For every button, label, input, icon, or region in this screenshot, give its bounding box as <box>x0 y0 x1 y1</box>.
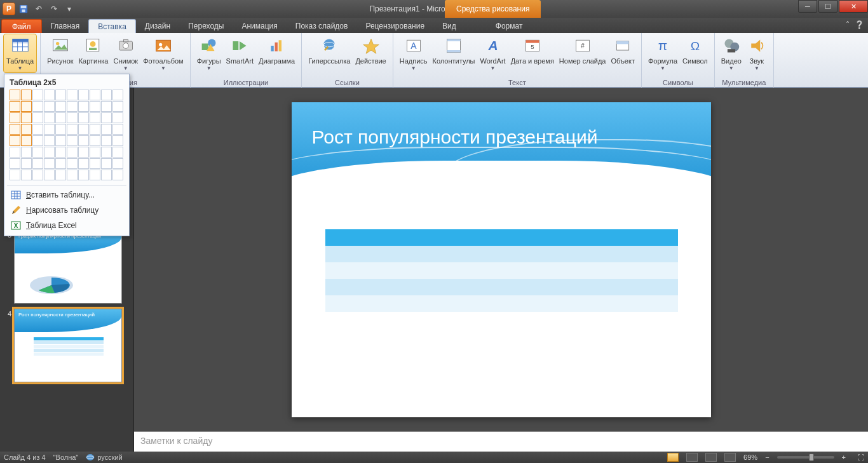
notes-pane[interactable]: Заметки к слайду <box>134 431 868 452</box>
action-icon <box>361 36 381 56</box>
insert-table-menuitem[interactable]: Вставить таблицу... <box>4 187 129 203</box>
chart-button[interactable]: Диаграмма <box>256 34 297 65</box>
svg-rect-13 <box>89 48 97 51</box>
tab-animation[interactable]: Анимация <box>233 19 286 33</box>
language-indicator[interactable]: русский <box>86 453 122 461</box>
audio-button[interactable]: Звук▼ <box>744 34 770 72</box>
action-button[interactable]: Действие <box>353 34 388 65</box>
svg-rect-1 <box>21 6 27 8</box>
svg-rect-24 <box>271 46 273 51</box>
draw-table-menuitem[interactable]: Нарисовать таблицу <box>4 203 129 218</box>
tab-transitions[interactable]: Переходы <box>179 19 233 33</box>
title-bar: P ↶ ↷ ▾ Презентация1 - Microsoft PowerPo… <box>0 0 868 18</box>
zoom-out-button[interactable]: − <box>765 453 769 461</box>
thumb-number: 4 <box>4 309 11 318</box>
svg-marker-29 <box>363 39 379 54</box>
wordart-icon: A <box>483 36 503 56</box>
shapes-button[interactable]: Фигуры▼ <box>194 34 224 72</box>
symbol-icon: Ω <box>685 36 705 56</box>
sorter-view-button[interactable] <box>686 453 698 462</box>
hyperlink-button[interactable]: Гиперссылка <box>306 34 353 65</box>
equation-button[interactable]: π Формула▼ <box>646 34 680 72</box>
chevron-down-icon: ▼ <box>18 65 23 72</box>
ribbon: Таблица ▼ Таблицы Рисунок Картинка Снимо… <box>0 33 868 88</box>
tab-view[interactable]: Вид <box>433 19 465 33</box>
fit-to-window-button[interactable]: ⛶ <box>857 453 864 461</box>
status-bar: Слайд 4 из 4 "Волна" русский 69% − + ⛶ <box>0 452 868 463</box>
svg-text:π: π <box>658 38 668 53</box>
table-size-label: Таблица 2x5 <box>4 74 129 90</box>
table-icon <box>11 190 21 200</box>
svg-text:#: # <box>581 42 585 50</box>
excel-icon: X <box>11 220 21 231</box>
svg-rect-49 <box>11 191 20 199</box>
headerfooter-icon <box>444 36 464 56</box>
svg-marker-23 <box>240 41 247 50</box>
svg-rect-19 <box>201 44 208 51</box>
svg-text:A: A <box>487 38 498 53</box>
svg-rect-2 <box>22 10 25 12</box>
tab-review[interactable]: Рецензирование <box>356 19 433 33</box>
status-slide-indicator: Слайд 4 из 4 <box>4 453 46 461</box>
photoalbum-icon <box>153 36 173 56</box>
svg-rect-8 <box>12 39 28 42</box>
maximize-button[interactable]: ☐ <box>818 0 837 13</box>
svg-text:5: 5 <box>531 43 534 50</box>
slide-thumbnail-3[interactable]: График популярности презентаций <box>14 230 122 304</box>
slide-thumbnail-4[interactable]: Рост популярности презентаций <box>14 309 122 382</box>
tab-file[interactable]: Файл <box>1 19 42 33</box>
hyperlink-icon <box>319 36 339 56</box>
minimize-button[interactable]: ─ <box>798 0 817 13</box>
video-icon <box>721 36 742 56</box>
tab-format[interactable]: Формат <box>487 19 532 33</box>
svg-point-59 <box>86 454 94 460</box>
slideshow-view-button[interactable] <box>724 453 736 462</box>
datetime-button[interactable]: 5 Дата и время <box>508 34 557 65</box>
svg-rect-22 <box>233 41 239 50</box>
tab-slideshow[interactable]: Показ слайдов <box>287 19 357 33</box>
symbol-button[interactable]: Ω Символ <box>680 34 710 65</box>
textbox-button[interactable]: A Надпись▼ <box>397 34 430 72</box>
undo-button[interactable]: ↶ <box>32 2 46 16</box>
status-theme: "Волна" <box>53 453 79 461</box>
slidenumber-button[interactable]: # Номер слайда <box>557 34 609 65</box>
table-icon <box>10 36 31 56</box>
inserted-table[interactable] <box>325 229 678 312</box>
table-button[interactable]: Таблица ▼ <box>4 34 36 72</box>
svg-point-18 <box>159 43 162 46</box>
smartart-icon <box>229 36 250 56</box>
redo-button[interactable]: ↷ <box>47 2 61 16</box>
smartart-button[interactable]: SmartArt <box>224 34 256 65</box>
save-button[interactable] <box>17 2 31 16</box>
slide-canvas-area[interactable]: Рост популярности презентаций <box>134 88 868 431</box>
reading-view-button[interactable] <box>705 453 717 462</box>
zoom-in-button[interactable]: + <box>842 453 846 461</box>
video-button[interactable]: Видео▼ <box>719 34 744 72</box>
tab-design[interactable]: Дизайн <box>136 19 179 33</box>
tab-home[interactable]: Главная <box>42 19 89 33</box>
object-icon <box>613 36 633 56</box>
ribbon-tabs: Файл Главная Вставка Дизайн Переходы Ани… <box>0 18 868 33</box>
wordart-button[interactable]: A WordArt▼ <box>478 34 508 72</box>
picture-button[interactable]: Рисунок <box>44 34 76 65</box>
photoalbum-button[interactable]: Фотоальбом▼ <box>140 34 186 72</box>
ribbon-minimize-button[interactable]: ˄ <box>846 20 850 29</box>
zoom-slider[interactable] <box>777 456 834 459</box>
svg-rect-37 <box>526 40 539 43</box>
help-button[interactable]: ❔ <box>855 20 864 29</box>
close-button[interactable]: ✕ <box>839 0 868 13</box>
zoom-label[interactable]: 69% <box>743 453 757 461</box>
table-size-grid[interactable] <box>4 90 129 184</box>
clipart-button[interactable]: Картинка <box>76 34 111 65</box>
headerfooter-button[interactable]: Колонтитулы <box>430 34 478 65</box>
object-button[interactable]: Объект <box>609 34 637 65</box>
normal-view-button[interactable] <box>667 453 679 462</box>
tab-insert[interactable]: Вставка <box>88 19 136 33</box>
slide[interactable]: Рост популярности презентаций <box>292 102 711 417</box>
svg-text:X: X <box>14 222 18 229</box>
screenshot-button[interactable]: Снимок▼ <box>111 34 140 72</box>
excel-table-menuitem[interactable]: X Таблица Excel <box>4 218 129 233</box>
qat-customize-button[interactable]: ▾ <box>62 2 76 16</box>
textbox-icon: A <box>403 36 424 56</box>
svg-text:A: A <box>410 41 417 51</box>
